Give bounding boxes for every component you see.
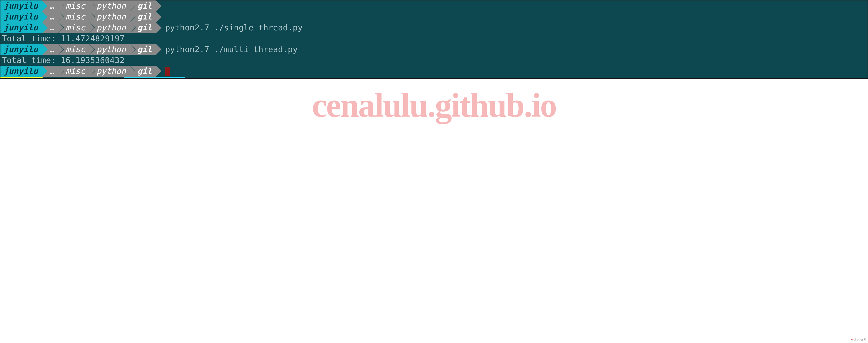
command-text: python2.7 ./multi_thread.py (156, 44, 298, 55)
watermark-text: cenalulu.github.io (0, 83, 868, 127)
terminal-output: Total time: 11.4724829197 (0, 33, 868, 44)
prompt-user-segment: junyilu (0, 22, 42, 33)
terminal-cursor (165, 67, 170, 76)
prompt-path-segment: python (89, 22, 130, 33)
underline-cyan (124, 77, 185, 78)
terminal-output: Total time: 16.1935360432 (0, 55, 868, 66)
prompt-line: junyilu … misc python gil python2.7 ./si… (0, 22, 868, 33)
prompt-user-segment: junyilu (0, 11, 42, 22)
terminal-window[interactable]: junyilu … misc python gil junyilu … misc… (0, 0, 868, 79)
prompt-line-active[interactable]: junyilu … misc python gil (0, 66, 868, 77)
prompt-user-segment: junyilu (0, 0, 42, 11)
prompt-path-segment: python (89, 66, 130, 77)
prompt-user-segment: junyilu (0, 44, 42, 55)
prompt-line: junyilu … misc python gil python2.7 ./mu… (0, 44, 868, 55)
prompt-line: junyilu … misc python gil (0, 11, 868, 22)
prompt-user-segment: junyilu (0, 66, 42, 77)
underline-yellow (0, 77, 42, 78)
prompt-path-segment: python (89, 44, 130, 55)
prompt-path-segment: python (89, 0, 130, 11)
prompt-line: junyilu … misc python gil (0, 0, 868, 11)
prompt-underline (0, 77, 868, 78)
command-text: python2.7 ./single_thread.py (156, 22, 303, 33)
prompt-path-segment: python (89, 11, 130, 22)
